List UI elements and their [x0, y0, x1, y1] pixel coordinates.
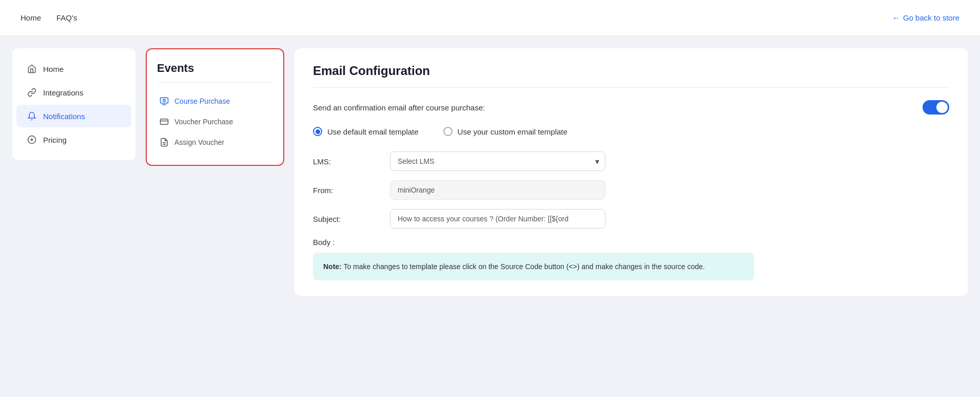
- sidebar-notifications-label: Notifications: [43, 112, 85, 121]
- event-voucher-purchase[interactable]: Voucher Purchase: [157, 111, 273, 132]
- content-area: Events Course Purchase: [146, 48, 968, 296]
- radio-custom-circle: [443, 127, 453, 136]
- subject-label: Subject:: [313, 215, 390, 223]
- email-config-title: Email Configuration: [313, 64, 949, 88]
- lms-row: LMS: Select LMS: [313, 152, 949, 171]
- from-label: From:: [313, 186, 390, 195]
- radio-custom-label: Use your custom email template: [458, 127, 567, 136]
- from-input[interactable]: [390, 180, 605, 200]
- sidebar-item-pricing[interactable]: Pricing: [16, 128, 131, 151]
- radio-default-template[interactable]: Use default email template: [313, 127, 419, 136]
- radio-default-circle: [313, 127, 322, 136]
- radio-group: Use default email template Use your cust…: [313, 127, 949, 136]
- sidebar-pricing-label: Pricing: [43, 136, 67, 144]
- events-panel: Events Course Purchase: [146, 48, 284, 166]
- voucher-purchase-icon: [159, 117, 169, 127]
- nav-faqs[interactable]: FAQ's: [56, 13, 77, 22]
- lms-label: LMS:: [313, 157, 390, 166]
- event-course-purchase-label: Course Purchase: [174, 97, 230, 105]
- note-text: To make changes to template please click…: [343, 262, 704, 271]
- radio-custom-template[interactable]: Use your custom email template: [443, 127, 567, 136]
- event-course-purchase[interactable]: Course Purchase: [157, 91, 273, 111]
- subject-row: Subject:: [313, 209, 949, 229]
- sidebar-home-label: Home: [43, 65, 64, 73]
- nav-back-area: ← Go back to store: [892, 13, 959, 22]
- event-voucher-purchase-label: Voucher Purchase: [174, 118, 233, 126]
- subject-input[interactable]: [390, 209, 605, 229]
- radio-default-label: Use default email template: [327, 127, 419, 136]
- note-box: Note: To make changes to template please…: [313, 253, 754, 280]
- arrow-left-icon: ←: [892, 13, 900, 22]
- back-to-store-link[interactable]: ← Go back to store: [892, 13, 959, 22]
- back-to-store-label: Go back to store: [903, 13, 959, 22]
- lms-select-wrapper: Select LMS: [390, 152, 605, 171]
- body-label: Body :: [313, 238, 949, 247]
- from-row: From:: [313, 180, 949, 200]
- event-assign-voucher[interactable]: Assign Voucher: [157, 132, 273, 153]
- lms-select[interactable]: Select LMS: [390, 152, 605, 171]
- sidebar-item-integrations[interactable]: Integrations: [16, 81, 131, 104]
- nav-links: Home FAQ's: [21, 13, 77, 22]
- home-icon: [27, 64, 37, 74]
- confirmation-toggle[interactable]: [923, 100, 949, 115]
- assign-voucher-icon: [159, 137, 169, 147]
- events-title: Events: [157, 62, 273, 83]
- integrations-icon: [27, 87, 37, 98]
- dollar-icon: [27, 135, 37, 145]
- sidebar-integrations-label: Integrations: [43, 88, 83, 97]
- svg-rect-5: [161, 119, 168, 125]
- sidebar: Home Integrations Notifications: [12, 48, 135, 160]
- event-assign-voucher-label: Assign Voucher: [174, 138, 224, 146]
- course-purchase-icon: [159, 96, 169, 106]
- bell-icon: [27, 111, 37, 121]
- confirmation-label: Send an confirmation email after course …: [313, 103, 923, 112]
- sidebar-item-notifications[interactable]: Notifications: [16, 105, 131, 127]
- sidebar-item-home[interactable]: Home: [16, 58, 131, 80]
- note-prefix: Note:: [323, 262, 342, 271]
- confirmation-row: Send an confirmation email after course …: [313, 100, 949, 115]
- top-navigation: Home FAQ's ← Go back to store: [0, 0, 980, 36]
- svg-point-4: [163, 99, 166, 102]
- main-wrapper: Home Integrations Notifications: [0, 36, 980, 308]
- email-config-panel: Email Configuration Send an confirmation…: [295, 48, 968, 296]
- svg-rect-3: [161, 98, 168, 103]
- nav-home[interactable]: Home: [21, 13, 41, 22]
